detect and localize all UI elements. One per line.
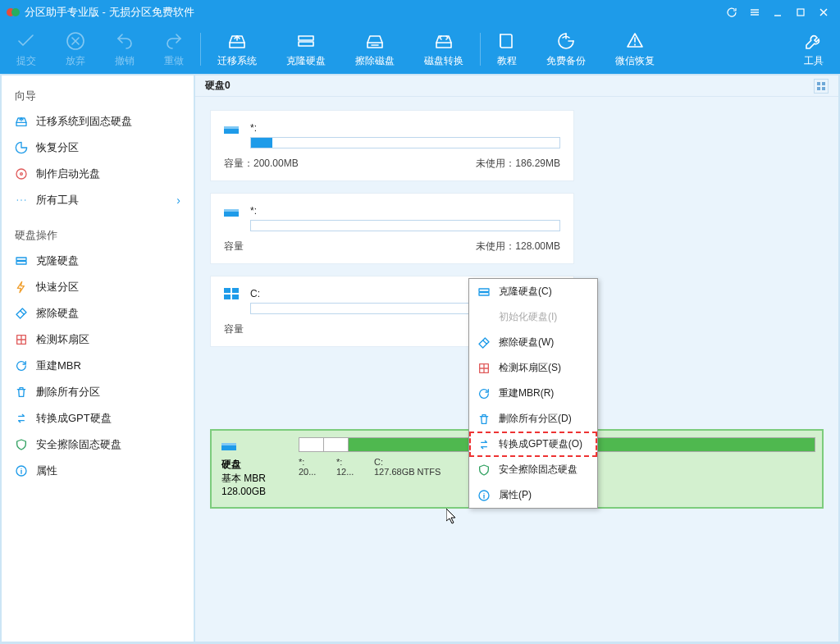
sidebar-item[interactable]: 迁移系统到固态硬盘 [2,108,194,135]
sidebar-item-label: 制作启动光盘 [36,167,100,181]
toolbar-tools[interactable]: 工具 [804,31,824,68]
toolbar-drive-arrow[interactable]: 迁移系统 [217,31,257,68]
shield-icon [477,464,491,477]
disk-icon [221,441,236,452]
drive-arrow-icon [227,31,247,51]
window-title: 分区助手专业版 - 无损分区免费软件 [25,5,719,20]
context-item-label: 擦除硬盘(W) [499,336,554,349]
svg-rect-16 [224,209,239,212]
context-item-label: 重建MBR(R) [499,386,554,400]
menu-button[interactable] [745,2,765,22]
sidebar-item[interactable]: 安全擦除固态硬盘 [2,432,194,458]
toolbar-label: 克隆硬盘 [286,54,326,68]
svg-rect-18 [232,288,239,293]
sidebar-item[interactable]: 重建MBR [2,353,194,379]
svg-rect-13 [224,129,239,134]
redo-icon [164,31,184,51]
svg-rect-10 [822,82,825,85]
backup-icon [556,31,576,51]
toolbar-drive-stack[interactable]: 克隆硬盘 [286,31,326,68]
sidebar-item[interactable]: 检测坏扇区 [2,327,194,353]
toolbar-backup[interactable]: 免费备份 [546,31,586,68]
drive-swap-icon [434,31,454,51]
refresh-icon [477,387,491,400]
toolbar-drive-erase[interactable]: 擦除磁盘 [355,31,395,68]
app-logo-icon [7,6,20,19]
disk-card[interactable]: *: 容量：200.00MB 未使用：186.29MB [210,110,574,181]
cd-icon [15,167,28,180]
disk-card[interactable]: *: 容量 未使用：128.00MB [210,193,574,264]
summary-type: 基本 MBR [221,472,289,486]
toolbar-undo[interactable]: 撤销 [115,31,135,68]
maximize-button[interactable] [791,2,810,22]
toolbar-label: 提交 [16,54,36,68]
svg-rect-22 [221,443,236,445]
close-button[interactable] [814,2,833,22]
wechat-icon [625,31,645,51]
partition-segment[interactable] [324,438,349,451]
toolbar-check[interactable]: 提交 [16,31,36,68]
sidebar-item[interactable]: 快速分区 [2,274,194,300]
disk-header: 硬盘0 [195,75,838,97]
svg-rect-12 [822,87,825,90]
sidebar-item[interactable]: 转换成GPT硬盘 [2,405,194,432]
toolbar-book[interactable]: 教程 [497,31,517,68]
sidebar-item-label: 快速分区 [36,280,79,295]
sidebar-item[interactable]: 恢复分区 [2,135,194,161]
trash-icon [477,413,491,426]
capacity-label: 容量 [224,322,244,336]
sidebar-item-label: 删除所有分区 [36,385,100,400]
partition-name: *: [250,205,560,217]
minimize-button[interactable] [768,2,788,22]
cursor-icon [446,509,459,525]
sidebar-item-label: 属性 [36,464,57,478]
toolbar-xcircle[interactable]: 放弃 [66,31,85,68]
sidebar-item-label: 迁移系统到固态硬盘 [36,114,132,129]
drive-stack-icon [296,31,316,51]
sidebar-item[interactable]: 克隆硬盘 [2,248,194,274]
sidebar-item-label: 重建MBR [36,359,81,373]
chevron-right-icon: › [176,194,180,207]
free-label: 未使用：186.29MB [476,157,560,171]
context-item-label: 初始化硬盘(I) [499,310,557,324]
context-item[interactable]: 重建MBR(R) [469,381,597,406]
context-item[interactable]: 克隆硬盘(C) [469,279,597,304]
sidebar-item-label: 克隆硬盘 [36,253,79,268]
context-item[interactable]: 删除所有分区(D) [469,406,597,432]
drive-stack-icon [477,285,491,299]
summary-title: 硬盘 [221,459,241,470]
grid-icon [477,362,491,375]
broom-icon [477,336,491,349]
toolbar-wechat[interactable]: 微信恢复 [615,31,655,68]
titlebar: 分区助手专业版 - 无损分区免费软件 [0,0,840,25]
refresh-button[interactable] [722,2,742,22]
context-item[interactable]: 检测坏扇区(S) [469,355,597,381]
partition-segment[interactable] [299,438,324,451]
toolbar-redo[interactable]: 重做 [164,31,184,68]
context-item[interactable]: 安全擦除固态硬盘 [469,457,597,482]
toolbar-drive-swap[interactable]: 磁盘转换 [424,31,463,68]
partition-name: *: [250,122,560,134]
svg-rect-20 [232,295,239,299]
sidebar-item[interactable]: 制作启动光盘 [2,161,194,187]
toolbar-label: 磁盘转换 [424,54,463,68]
sidebar-item[interactable]: 擦除硬盘 [2,300,194,327]
context-item[interactable]: 转换成GPT硬盘(O) [469,432,597,457]
info-icon [15,464,28,477]
sidebar-item[interactable]: 属性 [2,458,194,484]
view-toggle-button[interactable] [814,79,829,94]
context-item[interactable]: 擦除硬盘(W) [469,330,597,355]
sidebar-item-label: 检测坏扇区 [36,332,89,347]
free-label: 未使用：128.00MB [476,240,560,253]
trash-icon [15,386,28,399]
sidebar-item[interactable]: 所有工具 › [2,187,194,213]
xcircle-icon [66,31,85,51]
svg-rect-14 [224,126,239,129]
convert-icon [477,438,491,451]
sidebar-item[interactable]: 删除所有分区 [2,379,194,405]
svg-point-1 [11,8,20,16]
sidebar: 向导 迁移系统到固态硬盘 恢复分区 制作启动光盘 所有工具 › 硬盘操作 克隆硬… [2,75,194,642]
context-item[interactable]: 属性(P) [469,482,597,508]
svg-rect-19 [224,295,231,299]
usage-bar [250,137,560,148]
